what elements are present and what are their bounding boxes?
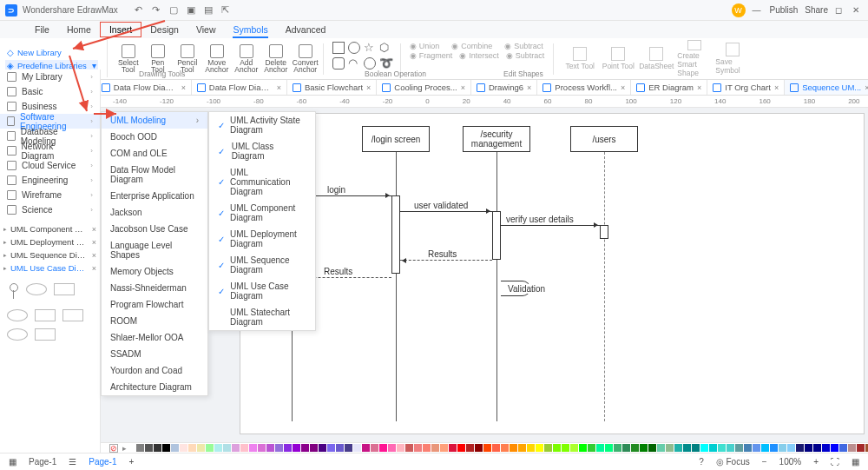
color-swatch[interactable]: [683, 444, 691, 452]
save-symbol-button[interactable]: Save Symbol: [715, 40, 750, 77]
color-swatch[interactable]: [692, 444, 700, 452]
color-swatch[interactable]: [232, 444, 240, 452]
file-tab[interactable]: Sequence UM...×: [785, 80, 868, 95]
combine-button[interactable]: ◉ Combine: [451, 42, 492, 50]
canvas[interactable]: /login screen /security management /user…: [240, 113, 865, 434]
file-tab[interactable]: Drawing6×: [471, 80, 537, 95]
color-swatch[interactable]: [727, 444, 734, 452]
color-swatch[interactable]: [162, 444, 170, 452]
msg-validated[interactable]: [400, 211, 492, 212]
color-swatch[interactable]: [779, 444, 786, 452]
color-swatch[interactable]: [388, 444, 396, 452]
color-swatch[interactable]: [831, 444, 838, 452]
subtract-button[interactable]: ◉ Subtract: [504, 42, 543, 50]
color-swatch[interactable]: [397, 444, 404, 452]
color-swatch[interactable]: [206, 444, 214, 452]
flyout-item[interactable]: Jackson: [102, 204, 207, 221]
zoom-in-button[interactable]: +: [813, 457, 819, 467]
color-swatch[interactable]: [293, 444, 300, 452]
color-swatch[interactable]: [805, 444, 812, 452]
color-swatch[interactable]: [518, 444, 526, 452]
grid-button[interactable]: ▦: [852, 457, 859, 467]
color-swatch[interactable]: [188, 444, 196, 452]
color-swatch[interactable]: [457, 444, 465, 452]
color-swatch[interactable]: [301, 444, 309, 452]
color-swatch[interactable]: [570, 444, 578, 452]
share-button[interactable]: Share: [805, 5, 828, 15]
diagram-section[interactable]: ▸UML Sequence Diagram×: [0, 248, 100, 261]
color-swatch[interactable]: [266, 444, 274, 452]
page-menu-icon[interactable]: ☰: [69, 457, 76, 467]
flyout-item[interactable]: ✓UML Use Case Diagram: [209, 278, 315, 304]
color-swatch[interactable]: [822, 444, 830, 452]
diagram-section[interactable]: ▸UML Component Diagram×: [0, 222, 100, 235]
flyout-item[interactable]: ROOM: [102, 313, 207, 329]
color-swatch[interactable]: [588, 444, 595, 452]
export-icon[interactable]: ⇱: [220, 5, 231, 16]
flyout-item[interactable]: Architecture Diagram: [102, 379, 207, 395]
flyout-item[interactable]: Yourdon and Coad: [102, 362, 207, 379]
color-swatch[interactable]: [449, 444, 457, 452]
color-swatch[interactable]: [336, 444, 344, 452]
avatar[interactable]: W: [732, 3, 746, 17]
menu-advanced[interactable]: Advanced: [277, 23, 335, 36]
color-swatch[interactable]: [145, 444, 153, 452]
color-swatch[interactable]: [249, 444, 257, 452]
roundrect-shape[interactable]: [332, 57, 345, 70]
color-swatch[interactable]: [345, 444, 352, 452]
intersect-button[interactable]: ◉ Intersect: [459, 51, 499, 60]
color-swatch[interactable]: [275, 444, 283, 452]
diagram-section[interactable]: ▸UML Use Case Diagram×: [0, 261, 100, 275]
add-page-button[interactable]: +: [129, 457, 135, 467]
color-swatch[interactable]: [787, 444, 795, 452]
union-button[interactable]: ◉ Union: [410, 42, 440, 50]
color-swatch[interactable]: [371, 444, 378, 452]
color-swatch[interactable]: [596, 444, 604, 452]
diagram-section[interactable]: ▸UML Deployment Diagram×: [0, 235, 100, 248]
menu-view[interactable]: View: [187, 23, 225, 36]
menu-insert[interactable]: Insert: [100, 22, 141, 37]
save-icon[interactable]: ▤: [203, 5, 214, 16]
color-swatch[interactable]: [622, 444, 630, 452]
color-swatch[interactable]: [796, 444, 804, 452]
color-swatch[interactable]: [753, 444, 760, 452]
delete-anchor-tool[interactable]: DeleteAnchor: [262, 40, 290, 77]
sidebar-cat[interactable]: Wireframe›: [0, 188, 100, 202]
color-swatch[interactable]: [605, 444, 613, 452]
select-tool[interactable]: SelectTool: [115, 40, 142, 77]
color-swatch[interactable]: [839, 444, 847, 452]
point-tool[interactable]: Point Tool: [601, 40, 635, 77]
color-swatch[interactable]: [310, 444, 318, 452]
minimize-icon[interactable]: —: [753, 5, 763, 16]
arc-shape[interactable]: ◠: [348, 57, 360, 70]
publish-button[interactable]: Publish: [770, 5, 799, 15]
color-swatch[interactable]: [483, 444, 491, 452]
flyout-item[interactable]: SSADM: [102, 346, 207, 362]
color-swatch[interactable]: [197, 444, 205, 452]
sidebar-cat[interactable]: Science›: [0, 202, 100, 217]
file-tab[interactable]: Cooling Proces...×: [377, 80, 471, 95]
box-shape[interactable]: [35, 309, 56, 321]
oval-shape2[interactable]: [7, 328, 28, 341]
msg-verify[interactable]: [501, 225, 600, 226]
color-swatch[interactable]: [180, 444, 187, 452]
sidebar-cat[interactable]: My Library›: [0, 70, 100, 84]
color-swatch[interactable]: [362, 444, 370, 452]
color-swatch[interactable]: [648, 444, 656, 452]
color-swatch[interactable]: [657, 444, 665, 452]
sidebar-cat[interactable]: Basic›: [0, 84, 100, 99]
file-tab[interactable]: ER Diagram×: [631, 80, 707, 95]
color-swatch[interactable]: [544, 444, 552, 452]
color-swatch[interactable]: [501, 444, 509, 452]
flyout-item[interactable]: Program Flowchart: [102, 296, 207, 313]
color-swatch[interactable]: [379, 444, 387, 452]
color-swatch[interactable]: [510, 444, 517, 452]
msg-results1[interactable]: [400, 260, 492, 261]
color-swatch[interactable]: [223, 444, 231, 452]
color-swatch[interactable]: [761, 444, 769, 452]
flyout-item[interactable]: ✓UML Component Diagram: [209, 200, 315, 226]
convert-anchor-tool[interactable]: ConvertAnchor: [292, 40, 319, 77]
undo-icon[interactable]: ↶: [134, 5, 144, 16]
file-tab[interactable]: Process Workfl...×: [537, 80, 631, 95]
flyout-item[interactable]: Enterprise Application: [102, 188, 207, 204]
